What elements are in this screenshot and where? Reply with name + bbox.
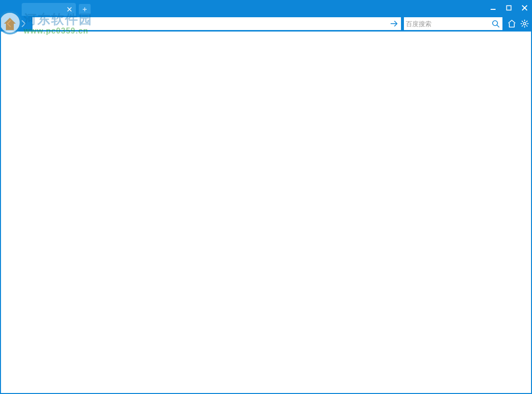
toolbar-right-buttons: [506, 18, 530, 29]
page-content: 河东软件园 www.pc0359.cn: [0, 32, 532, 394]
maximize-button[interactable]: [504, 3, 513, 12]
go-icon[interactable]: [389, 19, 399, 29]
svg-point-11: [524, 23, 526, 25]
search-input[interactable]: [406, 17, 491, 30]
address-bar[interactable]: [33, 17, 401, 30]
forward-button[interactable]: [17, 17, 30, 30]
new-tab-button[interactable]: [79, 4, 91, 15]
address-input[interactable]: [34, 17, 389, 30]
toolbar: [0, 16, 532, 32]
svg-rect-5: [507, 6, 511, 10]
search-icon[interactable]: [491, 19, 500, 29]
browser-tab[interactable]: [22, 3, 76, 16]
close-tab-icon[interactable]: [66, 6, 73, 13]
nav-group: [3, 17, 30, 30]
svg-line-10: [497, 25, 499, 27]
search-box[interactable]: [404, 17, 502, 30]
home-button[interactable]: [506, 18, 517, 29]
close-window-button[interactable]: [520, 3, 529, 12]
title-bar: [0, 0, 532, 16]
settings-button[interactable]: [519, 18, 530, 29]
window-controls: [489, 0, 529, 16]
tab-strip: [0, 0, 91, 16]
back-button[interactable]: [3, 17, 16, 30]
minimize-button[interactable]: [489, 3, 498, 12]
